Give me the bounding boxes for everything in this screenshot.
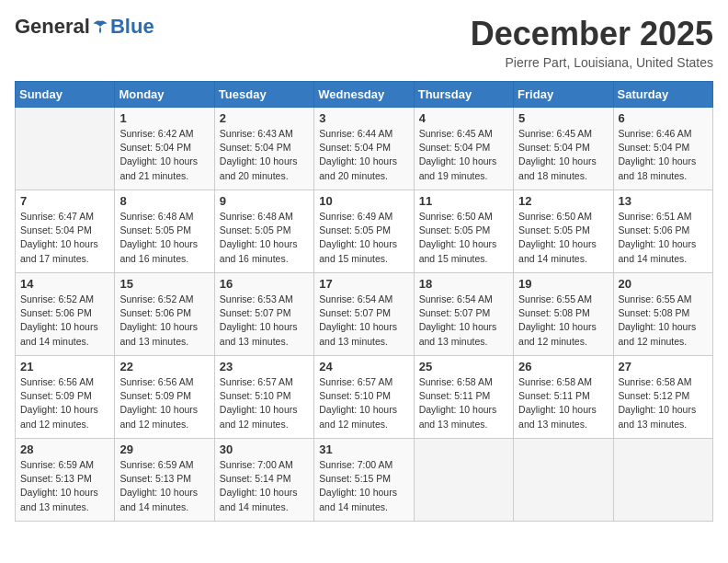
calendar-cell [514, 439, 613, 522]
day-number: 18 [419, 277, 508, 291]
weekday-header: Monday [115, 82, 214, 108]
calendar-cell: 27Sunrise: 6:58 AMSunset: 5:12 PMDayligh… [613, 356, 712, 439]
page-header: General Blue December 2025 Pierre Part, … [15, 15, 713, 70]
day-info: Sunrise: 6:56 AMSunset: 5:09 PMDaylight:… [20, 375, 109, 431]
calendar-cell: 1Sunrise: 6:42 AMSunset: 5:04 PMDaylight… [115, 108, 214, 190]
day-info: Sunrise: 6:55 AMSunset: 5:08 PMDaylight:… [518, 293, 608, 349]
day-info: Sunrise: 7:00 AMSunset: 5:14 PMDaylight:… [220, 458, 309, 514]
day-info: Sunrise: 6:48 AMSunset: 5:05 PMDaylight:… [220, 210, 309, 266]
calendar-week-row: 14Sunrise: 6:52 AMSunset: 5:06 PMDayligh… [16, 273, 713, 356]
location-text: Pierre Part, Louisiana, United States [471, 55, 713, 70]
day-info: Sunrise: 6:59 AMSunset: 5:13 PMDaylight:… [119, 458, 209, 514]
calendar-cell: 4Sunrise: 6:45 AMSunset: 5:04 PMDaylight… [414, 108, 513, 190]
day-number: 12 [518, 194, 608, 208]
day-info: Sunrise: 6:57 AMSunset: 5:10 PMDaylight:… [220, 375, 309, 431]
day-info: Sunrise: 6:45 AMSunset: 5:04 PMDaylight:… [419, 127, 508, 183]
day-info: Sunrise: 6:54 AMSunset: 5:07 PMDaylight:… [319, 293, 408, 349]
day-info: Sunrise: 6:46 AMSunset: 5:04 PMDaylight:… [619, 127, 708, 183]
day-info: Sunrise: 6:48 AMSunset: 5:05 PMDaylight:… [119, 210, 209, 266]
day-number: 13 [619, 194, 708, 208]
day-info: Sunrise: 6:55 AMSunset: 5:08 PMDaylight:… [619, 293, 708, 349]
weekday-header: Friday [514, 82, 613, 108]
day-number: 5 [518, 111, 608, 125]
day-info: Sunrise: 6:56 AMSunset: 5:09 PMDaylight:… [119, 375, 209, 431]
day-number: 3 [319, 111, 408, 125]
day-number: 24 [319, 360, 408, 373]
title-block: December 2025 Pierre Part, Louisiana, Un… [471, 15, 713, 70]
weekday-header: Thursday [414, 82, 513, 108]
day-number: 10 [319, 194, 408, 208]
calendar-cell: 25Sunrise: 6:58 AMSunset: 5:11 PMDayligh… [414, 356, 513, 439]
calendar-cell: 24Sunrise: 6:57 AMSunset: 5:10 PMDayligh… [314, 356, 414, 439]
calendar-cell: 7Sunrise: 6:47 AMSunset: 5:04 PMDaylight… [16, 190, 115, 273]
day-info: Sunrise: 6:43 AMSunset: 5:04 PMDaylight:… [220, 127, 309, 183]
calendar-cell: 6Sunrise: 6:46 AMSunset: 5:04 PMDaylight… [613, 108, 712, 190]
calendar-cell [414, 439, 513, 522]
day-info: Sunrise: 6:58 AMSunset: 5:12 PMDaylight:… [619, 375, 708, 431]
logo-blue-text: Blue [110, 15, 154, 39]
day-number: 17 [319, 277, 408, 291]
calendar-cell: 8Sunrise: 6:48 AMSunset: 5:05 PMDaylight… [115, 190, 214, 273]
day-info: Sunrise: 7:00 AMSunset: 5:15 PMDaylight:… [319, 458, 408, 514]
calendar-cell: 28Sunrise: 6:59 AMSunset: 5:13 PMDayligh… [16, 439, 115, 522]
day-number: 1 [119, 111, 209, 125]
day-info: Sunrise: 6:44 AMSunset: 5:04 PMDaylight:… [319, 127, 408, 183]
calendar-cell: 10Sunrise: 6:49 AMSunset: 5:05 PMDayligh… [314, 190, 414, 273]
day-number: 31 [319, 442, 408, 456]
calendar-cell: 29Sunrise: 6:59 AMSunset: 5:13 PMDayligh… [115, 439, 214, 522]
calendar-cell [613, 439, 712, 522]
calendar-cell: 22Sunrise: 6:56 AMSunset: 5:09 PMDayligh… [115, 356, 214, 439]
calendar-cell: 12Sunrise: 6:50 AMSunset: 5:05 PMDayligh… [514, 190, 613, 273]
weekday-header-row: SundayMondayTuesdayWednesdayThursdayFrid… [16, 82, 713, 108]
day-number: 6 [619, 111, 708, 125]
day-number: 4 [419, 111, 508, 125]
logo: General Blue [15, 15, 154, 39]
day-number: 7 [20, 194, 109, 208]
calendar-week-row: 7Sunrise: 6:47 AMSunset: 5:04 PMDaylight… [16, 190, 713, 273]
day-number: 14 [20, 277, 109, 291]
day-info: Sunrise: 6:51 AMSunset: 5:06 PMDaylight:… [619, 210, 708, 266]
day-info: Sunrise: 6:58 AMSunset: 5:11 PMDaylight:… [518, 375, 608, 431]
logo-general-text: General [15, 15, 90, 39]
day-number: 16 [220, 277, 309, 291]
day-number: 19 [518, 277, 608, 291]
logo-bird-icon [92, 18, 108, 35]
weekday-header: Tuesday [214, 82, 313, 108]
day-info: Sunrise: 6:47 AMSunset: 5:04 PMDaylight:… [20, 210, 109, 266]
calendar-cell [16, 108, 115, 190]
calendar-cell: 11Sunrise: 6:50 AMSunset: 5:05 PMDayligh… [414, 190, 513, 273]
day-number: 27 [619, 360, 708, 373]
day-number: 30 [220, 442, 309, 456]
day-number: 9 [220, 194, 309, 208]
weekday-header: Saturday [613, 82, 712, 108]
calendar-cell: 21Sunrise: 6:56 AMSunset: 5:09 PMDayligh… [16, 356, 115, 439]
day-number: 2 [220, 111, 309, 125]
day-info: Sunrise: 6:58 AMSunset: 5:11 PMDaylight:… [419, 375, 508, 431]
calendar-cell: 16Sunrise: 6:53 AMSunset: 5:07 PMDayligh… [214, 273, 313, 356]
day-info: Sunrise: 6:50 AMSunset: 5:05 PMDaylight:… [419, 210, 508, 266]
day-number: 22 [119, 360, 209, 373]
calendar-cell: 23Sunrise: 6:57 AMSunset: 5:10 PMDayligh… [214, 356, 313, 439]
calendar-cell: 17Sunrise: 6:54 AMSunset: 5:07 PMDayligh… [314, 273, 414, 356]
calendar-cell: 30Sunrise: 7:00 AMSunset: 5:14 PMDayligh… [214, 439, 313, 522]
weekday-header: Wednesday [314, 82, 414, 108]
day-info: Sunrise: 6:59 AMSunset: 5:13 PMDaylight:… [20, 458, 109, 514]
day-number: 21 [20, 360, 109, 373]
calendar-cell: 20Sunrise: 6:55 AMSunset: 5:08 PMDayligh… [613, 273, 712, 356]
day-number: 8 [119, 194, 209, 208]
day-number: 20 [619, 277, 708, 291]
month-title: December 2025 [471, 15, 713, 53]
calendar-cell: 15Sunrise: 6:52 AMSunset: 5:06 PMDayligh… [115, 273, 214, 356]
day-info: Sunrise: 6:49 AMSunset: 5:05 PMDaylight:… [319, 210, 408, 266]
calendar-table: SundayMondayTuesdayWednesdayThursdayFrid… [15, 81, 713, 522]
day-info: Sunrise: 6:52 AMSunset: 5:06 PMDaylight:… [119, 293, 209, 349]
day-number: 29 [119, 442, 209, 456]
calendar-cell: 13Sunrise: 6:51 AMSunset: 5:06 PMDayligh… [613, 190, 712, 273]
day-info: Sunrise: 6:50 AMSunset: 5:05 PMDaylight:… [518, 210, 608, 266]
calendar-cell: 2Sunrise: 6:43 AMSunset: 5:04 PMDaylight… [214, 108, 313, 190]
calendar-cell: 14Sunrise: 6:52 AMSunset: 5:06 PMDayligh… [16, 273, 115, 356]
day-info: Sunrise: 6:53 AMSunset: 5:07 PMDaylight:… [220, 293, 309, 349]
calendar-week-row: 1Sunrise: 6:42 AMSunset: 5:04 PMDaylight… [16, 108, 713, 190]
weekday-header: Sunday [16, 82, 115, 108]
day-info: Sunrise: 6:45 AMSunset: 5:04 PMDaylight:… [518, 127, 608, 183]
